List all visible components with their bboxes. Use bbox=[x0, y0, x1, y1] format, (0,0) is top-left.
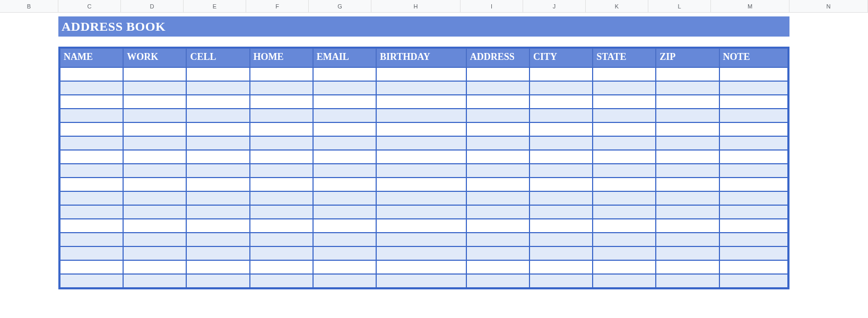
table-cell[interactable] bbox=[250, 150, 313, 164]
table-cell[interactable] bbox=[376, 178, 466, 191]
table-cell[interactable] bbox=[313, 191, 376, 205]
table-cell[interactable] bbox=[593, 136, 656, 150]
table-cell[interactable] bbox=[60, 109, 123, 122]
table-cell[interactable] bbox=[593, 274, 656, 288]
table-cell[interactable] bbox=[60, 178, 123, 191]
column-header-H[interactable]: H bbox=[371, 0, 461, 12]
table-cell[interactable] bbox=[719, 164, 788, 178]
table-cell[interactable] bbox=[376, 122, 466, 136]
table-cell[interactable] bbox=[313, 205, 376, 219]
table-header-zip[interactable]: ZIP bbox=[656, 48, 719, 67]
table-cell[interactable] bbox=[313, 136, 376, 150]
table-cell[interactable] bbox=[250, 122, 313, 136]
table-cell[interactable] bbox=[123, 219, 186, 233]
table-cell[interactable] bbox=[60, 233, 123, 246]
table-cell[interactable] bbox=[313, 122, 376, 136]
table-header-address[interactable]: ADDRESS bbox=[466, 48, 530, 67]
table-cell[interactable] bbox=[719, 122, 788, 136]
table-header-city[interactable]: CITY bbox=[530, 48, 593, 67]
table-cell[interactable] bbox=[719, 205, 788, 219]
table-cell[interactable] bbox=[376, 274, 466, 288]
table-cell[interactable] bbox=[60, 260, 123, 274]
table-cell[interactable] bbox=[186, 136, 249, 150]
table-cell[interactable] bbox=[656, 274, 719, 288]
column-header-I[interactable]: I bbox=[461, 0, 523, 12]
column-header-N[interactable]: N bbox=[789, 0, 868, 12]
table-cell[interactable] bbox=[530, 274, 593, 288]
column-header-F[interactable]: F bbox=[246, 0, 309, 12]
table-cell[interactable] bbox=[656, 122, 719, 136]
table-cell[interactable] bbox=[466, 233, 530, 246]
table-cell[interactable] bbox=[719, 219, 788, 233]
table-cell[interactable] bbox=[593, 233, 656, 246]
table-cell[interactable] bbox=[530, 164, 593, 178]
table-cell[interactable] bbox=[250, 246, 313, 260]
table-cell[interactable] bbox=[376, 150, 466, 164]
table-cell[interactable] bbox=[60, 150, 123, 164]
table-cell[interactable] bbox=[250, 81, 313, 95]
table-cell[interactable] bbox=[313, 109, 376, 122]
table-cell[interactable] bbox=[656, 150, 719, 164]
table-cell[interactable] bbox=[593, 260, 656, 274]
table-cell[interactable] bbox=[123, 81, 186, 95]
table-cell[interactable] bbox=[656, 178, 719, 191]
table-cell[interactable] bbox=[313, 260, 376, 274]
table-cell[interactable] bbox=[376, 205, 466, 219]
table-cell[interactable] bbox=[466, 136, 530, 150]
table-cell[interactable] bbox=[250, 178, 313, 191]
table-cell[interactable] bbox=[186, 233, 249, 246]
table-cell[interactable] bbox=[376, 219, 466, 233]
table-cell[interactable] bbox=[719, 95, 788, 109]
table-cell[interactable] bbox=[250, 109, 313, 122]
table-cell[interactable] bbox=[313, 95, 376, 109]
table-cell[interactable] bbox=[656, 219, 719, 233]
table-cell[interactable] bbox=[186, 246, 249, 260]
table-cell[interactable] bbox=[313, 164, 376, 178]
table-cell[interactable] bbox=[719, 178, 788, 191]
table-cell[interactable] bbox=[313, 178, 376, 191]
table-header-cell[interactable]: CELL bbox=[186, 48, 249, 67]
table-cell[interactable] bbox=[466, 205, 530, 219]
table-cell[interactable] bbox=[186, 260, 249, 274]
table-cell[interactable] bbox=[250, 136, 313, 150]
table-cell[interactable] bbox=[656, 191, 719, 205]
table-cell[interactable] bbox=[186, 95, 249, 109]
table-cell[interactable] bbox=[656, 109, 719, 122]
table-cell[interactable] bbox=[466, 122, 530, 136]
table-cell[interactable] bbox=[376, 164, 466, 178]
table-cell[interactable] bbox=[466, 164, 530, 178]
table-cell[interactable] bbox=[530, 67, 593, 81]
table-cell[interactable] bbox=[123, 274, 186, 288]
table-cell[interactable] bbox=[593, 191, 656, 205]
column-header-K[interactable]: K bbox=[586, 0, 648, 12]
table-cell[interactable] bbox=[123, 191, 186, 205]
table-cell[interactable] bbox=[186, 219, 249, 233]
table-cell[interactable] bbox=[123, 205, 186, 219]
table-cell[interactable] bbox=[186, 178, 249, 191]
table-cell[interactable] bbox=[123, 246, 186, 260]
table-header-work[interactable]: WORK bbox=[123, 48, 186, 67]
table-cell[interactable] bbox=[593, 109, 656, 122]
table-cell[interactable] bbox=[719, 109, 788, 122]
table-cell[interactable] bbox=[313, 274, 376, 288]
table-cell[interactable] bbox=[466, 150, 530, 164]
table-header-note[interactable]: NOTE bbox=[719, 48, 788, 67]
table-cell[interactable] bbox=[60, 219, 123, 233]
table-cell[interactable] bbox=[593, 81, 656, 95]
column-header-J[interactable]: J bbox=[523, 0, 586, 12]
table-cell[interactable] bbox=[656, 233, 719, 246]
table-cell[interactable] bbox=[656, 260, 719, 274]
table-cell[interactable] bbox=[719, 191, 788, 205]
table-cell[interactable] bbox=[593, 122, 656, 136]
table-cell[interactable] bbox=[186, 191, 249, 205]
table-cell[interactable] bbox=[186, 205, 249, 219]
table-cell[interactable] bbox=[530, 205, 593, 219]
table-cell[interactable] bbox=[60, 246, 123, 260]
table-cell[interactable] bbox=[376, 233, 466, 246]
table-cell[interactable] bbox=[719, 67, 788, 81]
table-cell[interactable] bbox=[376, 109, 466, 122]
table-cell[interactable] bbox=[593, 205, 656, 219]
table-cell[interactable] bbox=[60, 205, 123, 219]
table-cell[interactable] bbox=[123, 178, 186, 191]
table-header-email[interactable]: EMAIL bbox=[313, 48, 376, 67]
